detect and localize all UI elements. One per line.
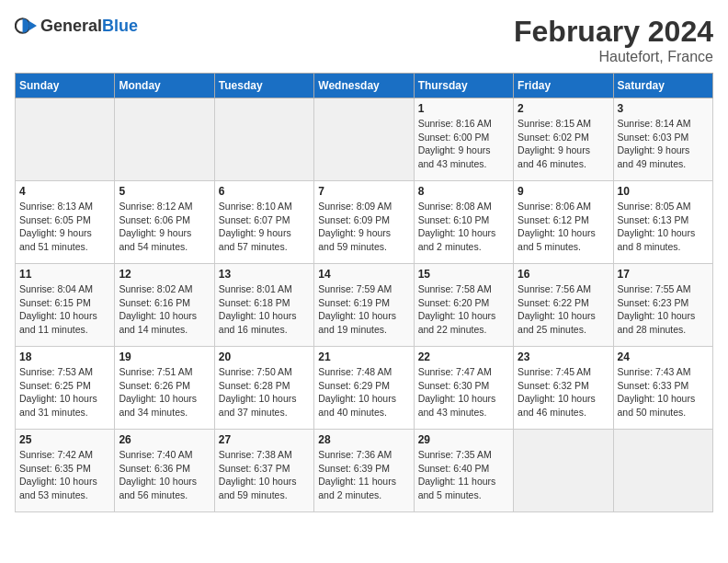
day-number: 5 [119,185,210,198]
day-info: Sunrise: 8:08 AM Sunset: 6:10 PM Dayligh… [418,200,509,254]
day-info: Sunrise: 7:42 AM Sunset: 6:35 PM Dayligh… [19,448,110,502]
calendar-week-row: 4Sunrise: 8:13 AM Sunset: 6:05 PM Daylig… [16,181,713,264]
day-info: Sunrise: 7:36 AM Sunset: 6:39 PM Dayligh… [318,448,409,502]
day-number: 28 [318,433,409,446]
day-info: Sunrise: 7:58 AM Sunset: 6:20 PM Dayligh… [418,282,509,337]
calendar-weekday-header: Saturday [613,74,712,98]
calendar-cell: 14Sunrise: 7:59 AM Sunset: 6:19 PM Dayli… [314,264,414,347]
day-number: 21 [318,350,409,363]
calendar-cell: 23Sunrise: 7:45 AM Sunset: 6:32 PM Dayli… [514,347,613,430]
day-number: 23 [518,350,609,363]
day-info: Sunrise: 7:48 AM Sunset: 6:29 PM Dayligh… [318,365,409,419]
calendar-cell: 20Sunrise: 7:50 AM Sunset: 6:28 PM Dayli… [214,347,313,430]
day-info: Sunrise: 8:12 AM Sunset: 6:06 PM Dayligh… [119,200,210,254]
calendar-table: SundayMondayTuesdayWednesdayThursdayFrid… [15,73,713,512]
calendar-cell: 2Sunrise: 8:15 AM Sunset: 6:02 PM Daylig… [514,98,613,181]
logo: GeneralBlue [15,15,138,37]
logo-icon [15,15,37,37]
day-number: 17 [618,268,709,281]
day-number: 3 [618,102,709,115]
title-block: February 2024 Hautefort, France [514,15,713,65]
calendar-weekday-header: Thursday [414,74,513,98]
day-number: 15 [418,268,509,281]
calendar-cell: 28Sunrise: 7:36 AM Sunset: 6:39 PM Dayli… [314,430,414,512]
day-info: Sunrise: 7:38 AM Sunset: 6:37 PM Dayligh… [219,448,310,502]
calendar-title: February 2024 [514,15,713,49]
calendar-cell [214,98,313,181]
calendar-cell: 18Sunrise: 7:53 AM Sunset: 6:25 PM Dayli… [16,347,115,430]
calendar-body: 1Sunrise: 8:16 AM Sunset: 6:00 PM Daylig… [16,98,713,512]
logo-blue-text: Blue [102,17,138,35]
day-number: 10 [618,185,709,198]
day-info: Sunrise: 8:14 AM Sunset: 6:03 PM Dayligh… [618,117,709,171]
calendar-cell [115,98,214,181]
day-info: Sunrise: 7:47 AM Sunset: 6:30 PM Dayligh… [418,365,509,419]
day-number: 20 [219,350,310,363]
calendar-week-row: 1Sunrise: 8:16 AM Sunset: 6:00 PM Daylig… [16,98,713,181]
calendar-cell: 7Sunrise: 8:09 AM Sunset: 6:09 PM Daylig… [314,181,414,264]
day-number: 14 [318,268,409,281]
day-number: 4 [19,185,110,198]
day-info: Sunrise: 8:06 AM Sunset: 6:12 PM Dayligh… [518,200,609,254]
day-number: 9 [518,185,609,198]
day-info: Sunrise: 7:50 AM Sunset: 6:28 PM Dayligh… [219,365,310,419]
calendar-subtitle: Hautefort, France [514,49,713,65]
calendar-cell [613,430,712,512]
calendar-cell: 16Sunrise: 7:56 AM Sunset: 6:22 PM Dayli… [514,264,613,347]
calendar-weekday-header: Tuesday [214,74,313,98]
calendar-cell: 3Sunrise: 8:14 AM Sunset: 6:03 PM Daylig… [613,98,712,181]
calendar-cell: 19Sunrise: 7:51 AM Sunset: 6:26 PM Dayli… [115,347,214,430]
day-number: 16 [518,268,609,281]
calendar-cell: 8Sunrise: 8:08 AM Sunset: 6:10 PM Daylig… [414,181,513,264]
calendar-week-row: 18Sunrise: 7:53 AM Sunset: 6:25 PM Dayli… [16,347,713,430]
calendar-cell: 6Sunrise: 8:10 AM Sunset: 6:07 PM Daylig… [214,181,313,264]
day-info: Sunrise: 8:04 AM Sunset: 6:15 PM Dayligh… [19,282,110,337]
day-number: 11 [19,268,110,281]
day-number: 22 [418,350,509,363]
calendar-weekday-header: Monday [115,74,214,98]
calendar-cell [16,98,115,181]
day-info: Sunrise: 7:51 AM Sunset: 6:26 PM Dayligh… [119,365,210,419]
day-number: 25 [19,433,110,446]
day-info: Sunrise: 8:01 AM Sunset: 6:18 PM Dayligh… [219,282,310,337]
calendar-cell: 27Sunrise: 7:38 AM Sunset: 6:37 PM Dayli… [214,430,313,512]
day-info: Sunrise: 7:35 AM Sunset: 6:40 PM Dayligh… [418,448,509,502]
calendar-cell: 12Sunrise: 8:02 AM Sunset: 6:16 PM Dayli… [115,264,214,347]
calendar-cell [314,98,414,181]
day-number: 1 [418,102,509,115]
day-info: Sunrise: 8:05 AM Sunset: 6:13 PM Dayligh… [618,200,709,254]
calendar-weekday-header: Wednesday [314,74,414,98]
logo-general-text: General [40,17,102,35]
calendar-cell: 15Sunrise: 7:58 AM Sunset: 6:20 PM Dayli… [414,264,513,347]
day-number: 13 [219,268,310,281]
day-info: Sunrise: 7:59 AM Sunset: 6:19 PM Dayligh… [318,282,409,337]
calendar-weekday-header: Friday [514,74,613,98]
day-info: Sunrise: 7:45 AM Sunset: 6:32 PM Dayligh… [518,365,609,419]
day-number: 18 [19,350,110,363]
day-info: Sunrise: 8:15 AM Sunset: 6:02 PM Dayligh… [518,117,609,171]
day-number: 8 [418,185,509,198]
day-info: Sunrise: 8:13 AM Sunset: 6:05 PM Dayligh… [19,200,110,254]
day-number: 7 [318,185,409,198]
calendar-week-row: 11Sunrise: 8:04 AM Sunset: 6:15 PM Dayli… [16,264,713,347]
calendar-header-row: SundayMondayTuesdayWednesdayThursdayFrid… [16,74,713,98]
calendar-cell [514,430,613,512]
calendar-cell: 24Sunrise: 7:43 AM Sunset: 6:33 PM Dayli… [613,347,712,430]
day-number: 2 [518,102,609,115]
calendar-cell: 29Sunrise: 7:35 AM Sunset: 6:40 PM Dayli… [414,430,513,512]
day-info: Sunrise: 7:40 AM Sunset: 6:36 PM Dayligh… [119,448,210,502]
day-info: Sunrise: 8:09 AM Sunset: 6:09 PM Dayligh… [318,200,409,254]
calendar-cell: 11Sunrise: 8:04 AM Sunset: 6:15 PM Dayli… [16,264,115,347]
calendar-cell: 17Sunrise: 7:55 AM Sunset: 6:23 PM Dayli… [613,264,712,347]
calendar-weekday-header: Sunday [16,74,115,98]
calendar-week-row: 25Sunrise: 7:42 AM Sunset: 6:35 PM Dayli… [16,430,713,512]
calendar-cell: 21Sunrise: 7:48 AM Sunset: 6:29 PM Dayli… [314,347,414,430]
calendar-cell: 4Sunrise: 8:13 AM Sunset: 6:05 PM Daylig… [16,181,115,264]
day-number: 29 [418,433,509,446]
calendar-cell: 5Sunrise: 8:12 AM Sunset: 6:06 PM Daylig… [115,181,214,264]
day-info: Sunrise: 7:56 AM Sunset: 6:22 PM Dayligh… [518,282,609,337]
calendar-cell: 10Sunrise: 8:05 AM Sunset: 6:13 PM Dayli… [613,181,712,264]
day-number: 19 [119,350,210,363]
day-number: 26 [119,433,210,446]
calendar-cell: 25Sunrise: 7:42 AM Sunset: 6:35 PM Dayli… [16,430,115,512]
